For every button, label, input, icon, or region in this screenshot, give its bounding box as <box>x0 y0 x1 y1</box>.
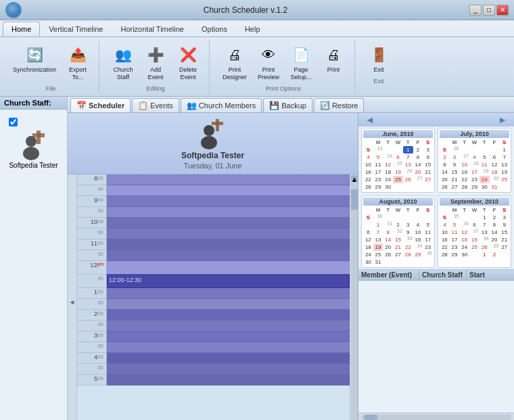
time-content-1-00[interactable] <box>107 288 350 299</box>
event-hscroll-track[interactable] <box>361 415 511 420</box>
time-slot-12-00: 12 pm <box>77 261 350 275</box>
right-panel: ◄ ► June, 2010 M <box>358 113 514 420</box>
time-slot-8-00: 800 <box>77 174 350 185</box>
mini-cal-september: September, 2010 M T W T F S S <box>438 195 511 268</box>
cal-nav-row: ◄ ► <box>358 113 514 126</box>
export-button[interactable]: 📤 ExportTo... <box>62 41 93 84</box>
event-hscroll-thumb[interactable] <box>364 415 377 420</box>
staff-avatar <box>18 128 50 160</box>
backup-tab-icon: 💾 <box>269 101 279 110</box>
export-icon: 📤 <box>67 44 89 66</box>
tab-scheduler[interactable]: 📅 Scheduler <box>70 98 131 112</box>
scheduler-tab-label: Scheduler <box>89 101 124 110</box>
time-label-12-30: 30 <box>77 275 107 288</box>
time-content-11-30[interactable] <box>107 250 350 261</box>
add-event-label: AddEvent <box>148 66 164 81</box>
church-staff-button[interactable]: 👥 ChurchStaff <box>108 41 139 84</box>
staff-checkbox[interactable] <box>9 118 18 126</box>
print-icon: 🖨 <box>323 44 344 66</box>
page-setup-button[interactable]: 📄 PageSetup... <box>285 41 317 84</box>
time-content-12-00[interactable] <box>107 261 350 275</box>
close-button[interactable]: ✕ <box>496 5 509 16</box>
july-title: July, 2010 <box>442 131 507 137</box>
timeline-container: ◄ 800 30 <box>68 174 358 420</box>
time-label-9-30: 30 <box>77 207 107 218</box>
staff-name: Softpedia Tester <box>9 162 57 169</box>
print-preview-button[interactable]: 👁 PrintPreview <box>253 41 284 84</box>
tab-events[interactable]: 📋 Events <box>132 98 179 112</box>
time-slot-2-30: 30 <box>77 321 350 331</box>
tab-vertical-timeline[interactable]: Vertical Timeline <box>40 22 112 37</box>
sidebar-content: Softpedia Tester <box>0 110 67 420</box>
time-content-9-00[interactable] <box>107 196 350 207</box>
time-slot-10-30: 30 <box>77 229 350 239</box>
sync-label: Synchronization <box>13 66 56 74</box>
synchronization-button[interactable]: 🔄 Synchronization <box>8 41 61 76</box>
maximize-button[interactable]: □ <box>483 5 495 16</box>
event-list-body[interactable] <box>358 281 514 413</box>
time-content-event[interactable]: 12:00-12:30 <box>107 275 350 288</box>
tab-restore[interactable]: 🔃 Restore <box>314 98 365 112</box>
time-content-8-30[interactable] <box>107 185 350 196</box>
ribbon-group-exit-items: 🚪 Exit <box>363 41 394 76</box>
delete-event-button[interactable]: ❌ DeleteEvent <box>172 41 204 84</box>
ribbon: Home Vertical Timeline Horizontal Timeli… <box>0 20 514 97</box>
time-content-4-30[interactable] <box>107 364 350 375</box>
print-designer-label: PrintDesigner <box>223 66 247 81</box>
mini-cal-row-2: August, 2010 M T W T F S S <box>361 195 511 268</box>
content-area: 📅 Scheduler 📋 Events 👥 Church Members 💾 … <box>68 97 514 420</box>
exit-button[interactable]: 🚪 Exit <box>363 41 394 76</box>
tab-home[interactable]: Home <box>3 22 40 37</box>
event-list-hscroll <box>358 413 514 420</box>
cal-prev-btn[interactable]: ◄ <box>363 114 377 125</box>
schedule-main: Softpedia Tester Tuesday, 01 June ◄ 8 <box>68 113 358 420</box>
time-label-2-30: 30 <box>77 321 107 331</box>
print-designer-button[interactable]: 🖨 PrintDesigner <box>218 41 252 84</box>
tab-church-members[interactable]: 👥 Church Members <box>181 98 262 112</box>
print-group-label: Print Options <box>266 85 301 92</box>
tab-horizontal-timeline[interactable]: Horizontal Timeline <box>112 22 193 37</box>
time-content-3-00[interactable] <box>107 331 350 342</box>
july-grid: M T W T F S S 26 <box>440 139 509 191</box>
time-content-2-00[interactable] <box>107 310 350 321</box>
timeline-scroll[interactable]: 800 30 900 <box>77 174 350 420</box>
time-content-11-00[interactable] <box>107 239 350 250</box>
time-content-4-00[interactable] <box>107 353 350 364</box>
time-content-1-30[interactable] <box>107 299 350 310</box>
vscroll-thumb[interactable] <box>351 189 358 210</box>
events-tab-label: Events <box>150 101 173 110</box>
restore-tab-label: Restore <box>332 101 358 110</box>
time-label-10-30: 30 <box>77 229 107 239</box>
time-content-10-30[interactable] <box>107 229 350 239</box>
august-grid: M T W T F S S 30 <box>363 206 433 266</box>
vscroll-up[interactable]: ▲ <box>351 175 358 182</box>
time-label-3: 300 <box>77 331 107 342</box>
schedule-person: Softpedia Tester <box>181 117 244 160</box>
timeline-nav-left[interactable]: ◄ <box>68 174 77 420</box>
minimize-button[interactable]: _ <box>469 5 482 16</box>
tab-help[interactable]: Help <box>236 22 269 37</box>
time-content-5-00[interactable] <box>107 375 350 386</box>
tab-backup[interactable]: 💾 Backup <box>263 98 312 112</box>
staff-item[interactable]: Softpedia Tester <box>3 115 64 172</box>
func-tabs: 📅 Scheduler 📋 Events 👥 Church Members 💾 … <box>68 97 514 113</box>
editing-group-label: Editing <box>146 85 165 92</box>
september-title: September, 2010 <box>442 198 507 205</box>
time-content-10-00[interactable] <box>107 218 350 229</box>
time-slot-4-30: 30 <box>77 364 350 375</box>
vscroll-track[interactable] <box>351 183 358 420</box>
sidebar-header: Church Staff: <box>0 97 67 110</box>
time-content-3-30[interactable] <box>107 342 350 353</box>
cal-next-btn[interactable]: ► <box>495 114 510 125</box>
ribbon-group-print-items: 🖨 PrintDesigner 👁 PrintPreview 📄 PageSet… <box>218 41 349 84</box>
time-label-1: 100 <box>77 288 107 299</box>
svg-point-3 <box>23 147 39 160</box>
page-setup-icon: 📄 <box>290 44 312 66</box>
time-content-9-30[interactable] <box>107 207 350 218</box>
tab-options[interactable]: Options <box>193 22 236 37</box>
print-button[interactable]: 🖨 Print <box>318 41 349 76</box>
time-content-8-00[interactable] <box>107 174 350 185</box>
time-content-2-30[interactable] <box>107 321 350 331</box>
add-event-button[interactable]: ➕ AddEvent <box>140 41 171 84</box>
time-label-11-30: 30 <box>77 250 107 261</box>
